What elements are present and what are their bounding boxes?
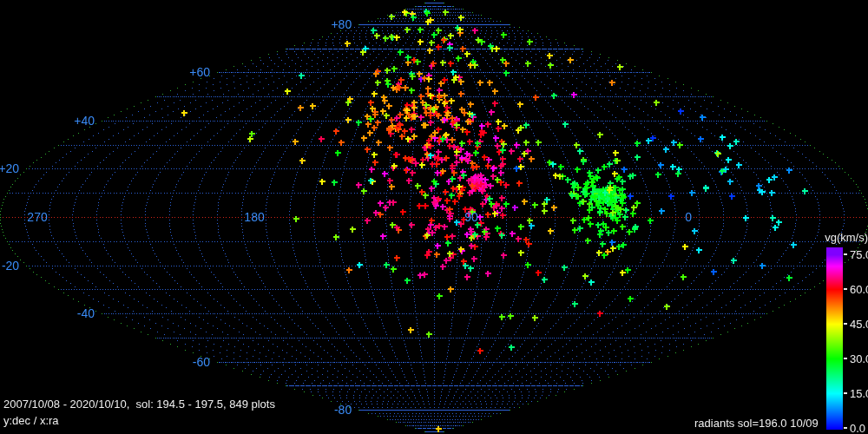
- dec-tick-label: -20: [2, 260, 19, 272]
- dec-tick-label: +60: [189, 66, 210, 78]
- sky-map-canvas: [0, 0, 868, 434]
- ra-tick-label: 180: [244, 211, 264, 223]
- colorbar-tick-label: 45.0: [850, 318, 868, 329]
- dec-tick-label: -60: [193, 356, 210, 368]
- dec-tick-label: +80: [331, 18, 352, 30]
- colorbar-tick-label: 15.0: [850, 387, 868, 398]
- dec-tick-label: -40: [77, 307, 95, 319]
- ra-tick-label: 0: [685, 211, 692, 223]
- ra-tick-label: 270: [27, 211, 47, 223]
- colorbar-title: vg(km/s): [823, 231, 868, 244]
- colorbar-tick-label: 0.0: [850, 423, 865, 434]
- colorbar-tick-mark: [844, 253, 847, 255]
- colorbar-tick-label: 60.0: [850, 283, 868, 294]
- colorbar-tick-mark: [844, 358, 847, 359]
- colorbar-tick-mark: [844, 323, 847, 325]
- colorbar-gradient: [826, 247, 843, 430]
- radiant-map-window: 270 180 90 0 +80 +60 +40 +20 -20 -40 -60…: [0, 0, 868, 434]
- dec-tick-label: +40: [74, 115, 95, 127]
- colorbar-tick-mark: [844, 288, 847, 290]
- footer-date-range: 2007/10/08 - 2020/10/10, sol: 194.5 - 19…: [3, 398, 275, 411]
- footer-axis-note: y:dec / x:ra: [3, 414, 59, 427]
- ra-tick-label: 90: [464, 211, 478, 223]
- dec-tick-label: -80: [334, 404, 352, 416]
- colorbar-tick-mark: [844, 427, 847, 429]
- colorbar-tick-label: 30.0: [850, 352, 868, 364]
- dec-tick-label: +20: [0, 162, 19, 174]
- colorbar-tick-mark: [844, 392, 847, 394]
- colorbar-tick-label: 75.0: [850, 248, 868, 260]
- footer-radiants-info: radiants sol=196.0 10/09: [694, 417, 819, 430]
